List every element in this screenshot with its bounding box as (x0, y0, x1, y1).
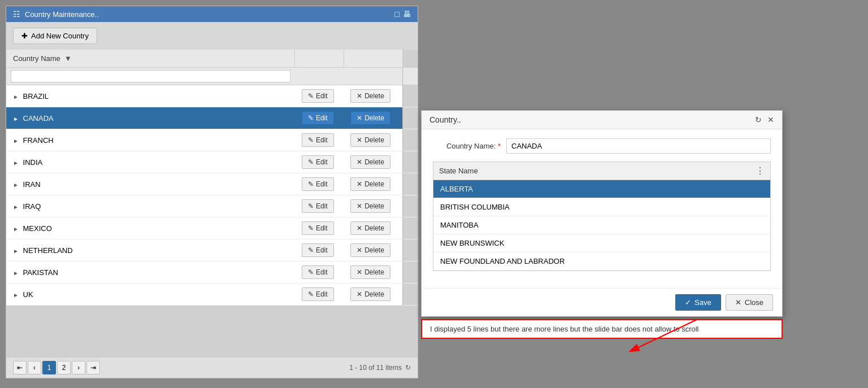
table-row[interactable]: ► NETHERLAND ✎ Edit ✕ Delete (6, 239, 418, 261)
edit-button[interactable]: ✎ Edit (302, 199, 334, 213)
edit-cell: ✎ Edit (295, 284, 344, 306)
edit-button[interactable]: ✎ Edit (302, 265, 334, 279)
delete-icon: ✕ (357, 290, 362, 298)
edit-icon: ✎ (308, 136, 314, 144)
next-page-button[interactable]: › (72, 361, 85, 374)
edit-button[interactable]: ✎ Edit (302, 177, 334, 191)
row-scroll-cell (402, 85, 417, 107)
edit-cell: ✎ Edit (295, 239, 344, 261)
page-info: 1 - 10 of 11 items ↻ (349, 364, 411, 372)
state-list-item[interactable]: BRITISH COLUMBIA (433, 198, 770, 216)
expand-arrow[interactable]: ► (13, 138, 19, 144)
delete-icon: ✕ (357, 246, 362, 254)
country-name-cell: ► UK (6, 284, 295, 306)
edit-button[interactable]: ✎ Edit (302, 221, 334, 235)
page-nav: ⇤ ‹ 1 2 › ⇥ (13, 361, 100, 374)
edit-button[interactable]: ✎ Edit (302, 155, 334, 169)
modal-footer: ✓ Save ✕ Close (422, 288, 782, 316)
delete-cell: ✕ Delete (344, 217, 402, 239)
country-name-cell: ► BRAZIL (6, 85, 295, 107)
state-list-menu-icon[interactable]: ⋮ (756, 165, 765, 176)
table-row[interactable]: ► BRAZIL ✎ Edit ✕ Delete (6, 85, 418, 107)
country-modal: Country.. ↻ ✕ Country Name: * State Name… (421, 110, 783, 317)
delete-button[interactable]: ✕ Delete (350, 265, 390, 279)
country-name-cell: ► IRAN (6, 173, 295, 195)
delete-button[interactable]: ✕ Delete (350, 111, 390, 125)
filter-icon[interactable]: ▼ (64, 54, 72, 63)
country-maintenance-panel: ☷ Country Maintenance.. □ 🖶 ✚ Add New Co… (6, 6, 418, 378)
table-row[interactable]: ► INDIA ✎ Edit ✕ Delete (6, 151, 418, 173)
print-icon[interactable]: 🖶 (403, 10, 411, 19)
first-page-button[interactable]: ⇤ (13, 361, 27, 374)
row-scroll-cell (402, 195, 417, 217)
expand-arrow[interactable]: ► (13, 270, 19, 276)
edit-icon: ✎ (308, 202, 314, 210)
delete-cell: ✕ Delete (344, 129, 402, 151)
state-list-body[interactable]: ALBERTABRITISH COLUMBIAMANITOBANEW BRUNS… (433, 180, 770, 271)
edit-button[interactable]: ✎ Edit (302, 89, 334, 103)
delete-icon: ✕ (357, 158, 362, 166)
country-filter-input[interactable] (11, 70, 290, 82)
edit-cell: ✎ Edit (295, 217, 344, 239)
scrollbar-header (402, 50, 417, 68)
delete-button[interactable]: ✕ Delete (350, 243, 390, 257)
table-row[interactable]: ► MEXICO ✎ Edit ✕ Delete (6, 217, 418, 239)
edit-button[interactable]: ✎ Edit (302, 287, 334, 301)
country-name-cell: ► CANADA (6, 107, 295, 129)
expand-arrow[interactable]: ► (13, 204, 19, 210)
modal-header: Country.. ↻ ✕ (422, 111, 782, 129)
country-name-input[interactable] (506, 138, 771, 154)
expand-arrow[interactable]: ► (13, 292, 19, 298)
edit-button[interactable]: ✎ Edit (302, 133, 334, 147)
delete-button[interactable]: ✕ Delete (350, 177, 390, 191)
save-button[interactable]: ✓ Save (675, 294, 721, 311)
table-row[interactable]: ► FRANCH ✎ Edit ✕ Delete (6, 129, 418, 151)
state-list-header: State Name ⋮ (433, 162, 770, 180)
panel-header: ☷ Country Maintenance.. □ 🖶 (6, 6, 418, 22)
delete-button[interactable]: ✕ Delete (350, 221, 390, 235)
filter-row (6, 68, 418, 85)
expand-arrow[interactable]: ► (13, 160, 19, 166)
add-country-button[interactable]: ✚ Add New Country (13, 28, 97, 44)
last-page-button[interactable]: ⇥ (86, 361, 100, 374)
expand-arrow[interactable]: ► (13, 116, 19, 122)
modal-close-icon[interactable]: ✕ (767, 115, 774, 124)
page-2-button[interactable]: 2 (57, 361, 71, 374)
expand-arrow[interactable]: ► (13, 94, 19, 100)
pagination-bar: ⇤ ‹ 1 2 › ⇥ 1 - 10 of 11 items ↻ (6, 357, 418, 378)
delete-button[interactable]: ✕ Delete (350, 89, 390, 103)
delete-button[interactable]: ✕ Delete (350, 287, 390, 301)
expand-arrow[interactable]: ► (13, 182, 19, 188)
close-button[interactable]: ✕ Close (726, 294, 773, 311)
table-row[interactable]: ► IRAN ✎ Edit ✕ Delete (6, 173, 418, 195)
edit-button[interactable]: ✎ Edit (302, 243, 334, 257)
panel-title: Country Maintenance.. (25, 10, 99, 19)
page-1-button[interactable]: 1 (42, 361, 56, 374)
table-row[interactable]: ► CANADA ✎ Edit ✕ Delete (6, 107, 418, 129)
delete-cell: ✕ Delete (344, 173, 402, 195)
delete-icon: ✕ (357, 180, 362, 188)
table-row[interactable]: ► UK ✎ Edit ✕ Delete (6, 284, 418, 306)
expand-arrow[interactable]: ► (13, 226, 19, 232)
delete-button[interactable]: ✕ Delete (350, 133, 390, 147)
table-row[interactable]: ► IRAQ ✎ Edit ✕ Delete (6, 195, 418, 217)
delete-cell: ✕ Delete (344, 239, 402, 261)
refresh-icon[interactable]: ↻ (405, 364, 411, 372)
expand-arrow[interactable]: ► (13, 248, 19, 254)
modal-refresh-icon[interactable]: ↻ (755, 115, 762, 124)
state-list-item[interactable]: NEW BRUNSWICK (433, 234, 770, 252)
state-list-item[interactable]: MANITOBA (433, 216, 770, 234)
row-scroll-cell (402, 217, 417, 239)
edit-icon: ✎ (308, 92, 314, 100)
delete-button[interactable]: ✕ Delete (350, 155, 390, 169)
row-scroll-cell (402, 261, 417, 284)
prev-page-button[interactable]: ‹ (28, 361, 41, 374)
edit-button[interactable]: ✎ Edit (302, 111, 334, 125)
maximize-icon[interactable]: □ (395, 10, 400, 19)
row-scroll-cell (402, 151, 417, 173)
state-list-item[interactable]: ALBERTA (433, 180, 770, 198)
delete-button[interactable]: ✕ Delete (350, 199, 390, 213)
table-row[interactable]: ► PAKISTAN ✎ Edit ✕ Delete (6, 261, 418, 284)
table-header-row: Country Name ▼ (6, 50, 418, 68)
state-list-item[interactable]: NEW FOUNDLAND AND LABRADOR (433, 252, 770, 271)
